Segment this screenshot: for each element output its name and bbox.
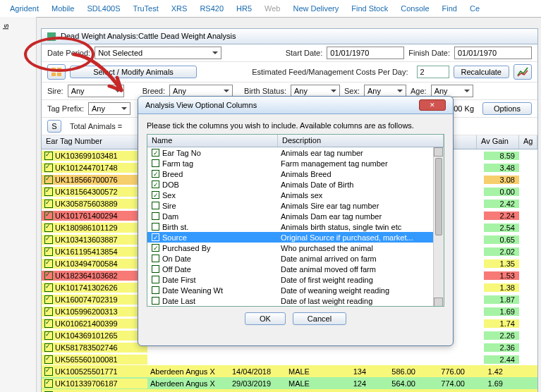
tagprefix-select[interactable]: Any xyxy=(88,102,130,115)
chevron-down-icon xyxy=(212,51,218,54)
options-button[interactable]: Options xyxy=(482,102,532,115)
recalculate-button[interactable]: Recalculate xyxy=(454,66,509,78)
cancel-button[interactable]: Cancel xyxy=(293,312,346,325)
top-tab-new-delivery[interactable]: New Delivery xyxy=(288,3,343,14)
eartag-cell: UK101244701748 xyxy=(55,164,118,172)
column-option-row[interactable]: Birth st.Animals birth status, single tw… xyxy=(147,221,444,232)
w2-cell: 586.00 xyxy=(373,367,423,376)
table-row[interactable]: UK100525301762Aberdeen Angus X10/04/2018… xyxy=(42,389,537,392)
scrollbar[interactable] xyxy=(433,147,444,307)
colopt-name: Off Date xyxy=(162,265,191,274)
left-tab-label[interactable]: ls xyxy=(0,17,11,37)
optional-columns-dialog: Analysis View Optional Columns ✕ Please … xyxy=(138,96,454,346)
checkbox[interactable] xyxy=(152,212,159,220)
eartag-cell: UK180986101129 xyxy=(55,223,118,232)
tick-icon xyxy=(44,235,53,244)
avgain-cell: 1.35 xyxy=(484,259,519,268)
column-option-row[interactable]: DamAnimals Dam ear tag number xyxy=(147,211,444,221)
tick-icon xyxy=(44,212,53,220)
close-icon[interactable]: ✕ xyxy=(419,99,446,111)
grid-icon-button[interactable] xyxy=(47,64,66,80)
avgain-cell: 0.00 xyxy=(484,188,519,196)
tick-icon xyxy=(44,379,53,388)
top-tab-find[interactable]: Find xyxy=(438,3,461,14)
tick-icon xyxy=(44,367,53,376)
col-ear-tag[interactable]: Ear Tag Number xyxy=(42,135,147,149)
chart-button[interactable] xyxy=(513,64,532,80)
column-option-row[interactable]: Farm tagFarm management tag number xyxy=(147,158,444,169)
checkbox[interactable] xyxy=(152,297,159,305)
col-ag[interactable]: Ag xyxy=(519,135,537,149)
colopt-name: Breed xyxy=(162,170,183,178)
select-modify-button[interactable]: Select / Modify Animals xyxy=(70,66,197,78)
column-option-row[interactable]: Date FirstDate of first weight reading xyxy=(147,274,444,285)
checkbox[interactable] xyxy=(152,276,159,283)
age-label: Age: xyxy=(411,87,427,95)
checkbox[interactable]: ✓ xyxy=(152,170,159,178)
colopt-name: Date First xyxy=(162,276,196,284)
colopt-desc: Who purchased the animal xyxy=(278,244,444,252)
checkbox[interactable]: ✓ xyxy=(152,149,159,157)
sire-select[interactable]: Any xyxy=(68,85,124,97)
top-tab-web[interactable]: Web xyxy=(260,3,284,14)
top-tab-ce[interactable]: Ce xyxy=(466,3,484,14)
sex-label: Sex: xyxy=(344,87,360,95)
checkbox[interactable] xyxy=(152,223,159,231)
scroll-thumb[interactable] xyxy=(435,158,442,235)
s-button[interactable]: S xyxy=(47,120,61,133)
svg-rect-3 xyxy=(57,73,61,76)
column-option-row[interactable]: On DateDate animal arrived on farm xyxy=(147,253,444,264)
est-feed-input[interactable] xyxy=(417,66,449,78)
dob-cell: 14/04/2018 xyxy=(232,367,288,376)
top-tab-xrs[interactable]: XRS xyxy=(167,3,192,14)
col-header-desc[interactable]: Description xyxy=(278,135,444,147)
date-period-select[interactable]: Not Selected xyxy=(95,47,221,59)
column-option-row[interactable]: Date LastDate of last weight reading xyxy=(147,295,444,306)
column-option-row[interactable]: ✓SourceOriginal Source if purchased, mar… xyxy=(147,232,444,243)
table-row[interactable]: UK101339706187Aberdeen Angus X29/03/2019… xyxy=(42,377,537,389)
top-tab-hr5[interactable]: HR5 xyxy=(232,3,256,14)
w3-cell: 774.00 xyxy=(423,379,472,388)
checkbox[interactable] xyxy=(152,159,159,167)
checkbox[interactable]: ✓ xyxy=(152,180,159,188)
column-option-row[interactable]: ✓Ear Tag NoAnimals ear tag number xyxy=(147,147,444,158)
checkbox[interactable] xyxy=(152,202,159,209)
avgain-cell: 3.48 xyxy=(484,164,519,172)
ok-button[interactable]: OK xyxy=(245,312,286,325)
table-row[interactable]: UK100525501771Aberdeen Angus X14/04/2018… xyxy=(42,365,537,377)
tick-icon xyxy=(44,295,53,304)
checkbox[interactable]: ✓ xyxy=(152,191,159,199)
column-option-row[interactable]: ✓Purchased ByWho purchased the animal xyxy=(147,243,444,253)
column-option-row[interactable]: Date Weaning WtDate of weaning weight re… xyxy=(147,285,444,295)
checkbox[interactable]: ✓ xyxy=(152,244,159,252)
scroll-up-icon[interactable] xyxy=(434,147,443,157)
colopt-desc: Date animal moved off farm xyxy=(278,265,444,274)
top-tab-mobile[interactable]: Mobile xyxy=(47,3,78,14)
column-option-row[interactable]: ✓BreedAnimals Breed xyxy=(147,169,444,179)
col-header-name[interactable]: Name xyxy=(147,135,278,147)
column-option-row[interactable]: SireAnimals Sire ear tag number xyxy=(147,200,444,211)
top-tab-agrident[interactable]: Agrident xyxy=(6,3,43,14)
checkbox[interactable] xyxy=(152,255,159,262)
top-tab-rs420[interactable]: RS420 xyxy=(195,3,228,14)
scroll-down-icon[interactable] xyxy=(434,298,443,307)
avgain-cell: 2.02 xyxy=(484,247,519,256)
table-row[interactable]: UK5655601000812.44 xyxy=(42,353,537,365)
top-tab-sdl400s[interactable]: SDL400S xyxy=(83,3,124,14)
column-option-row[interactable]: ✓DOBAnimals Date of Birth xyxy=(147,179,444,190)
top-tab-find-stock[interactable]: Find Stock xyxy=(347,3,392,14)
checkbox[interactable] xyxy=(152,286,159,294)
eartag-cell: UK103413603887 xyxy=(55,235,118,244)
checkbox[interactable]: ✓ xyxy=(152,233,159,241)
colopt-name: Source xyxy=(162,233,187,242)
top-tab-console[interactable]: Console xyxy=(396,3,433,14)
top-tab-trutest[interactable]: TruTest xyxy=(128,3,162,14)
finish-date-input[interactable]: 01/01/1970 xyxy=(454,47,532,59)
column-option-row[interactable]: Off DateDate animal moved off farm xyxy=(147,264,444,274)
colopt-desc: Date of last weight reading xyxy=(278,297,444,305)
column-option-row[interactable]: ✓SexAnimals sex xyxy=(147,190,444,200)
start-date-input[interactable]: 01/01/1970 xyxy=(327,47,404,59)
col-av-gain[interactable]: Av Gain xyxy=(477,135,519,149)
avgain-cell: 2.42 xyxy=(484,200,519,208)
checkbox[interactable] xyxy=(152,265,159,273)
